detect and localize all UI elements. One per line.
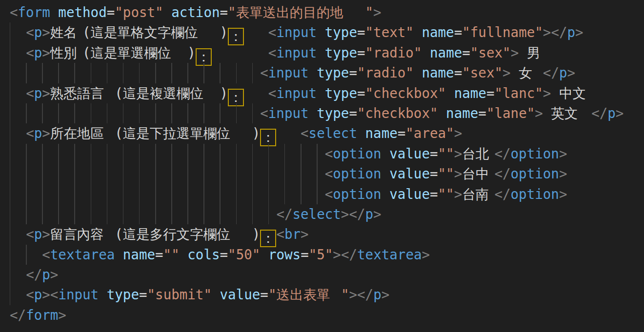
token-equals: =: [478, 105, 486, 121]
token-equals: =: [357, 24, 365, 40]
token-tag-name: input: [268, 105, 309, 121]
token-punctuation: <: [10, 4, 18, 20]
token-attribute-name: type: [325, 45, 357, 60]
token-punctuation: </: [543, 65, 559, 80]
token-text: [551, 85, 559, 101]
token-punctuation: </: [10, 307, 26, 323]
token-punctuation: >: [349, 287, 357, 302]
token-string: "50": [228, 247, 260, 262]
token-text: [446, 85, 454, 101]
token-text-cjk: 台南: [462, 184, 494, 204]
token-equals: =: [139, 287, 147, 302]
token-tag-name: p: [34, 226, 42, 242]
token-punctuation: <: [325, 186, 333, 202]
token-tag-name: br: [284, 226, 301, 242]
token-string-cjk: 表單送出的目的地: [236, 2, 365, 22]
code-line-16: </form>: [10, 305, 644, 325]
token-punctuation: >: [333, 247, 341, 262]
token-string: "": [438, 166, 454, 181]
token-punctuation: <: [260, 105, 268, 121]
token-attribute-name: type: [317, 105, 349, 121]
token-punctuation: >: [454, 166, 463, 181]
code-line-3: <p>性別(這是單選欄位)： <input type="radio" name=…: [10, 43, 644, 63]
token-string: ": [365, 4, 374, 20]
token-punctuation: <: [325, 146, 333, 161]
token-punctuation: >: [50, 267, 59, 282]
token-text: [414, 65, 422, 80]
token-tag-name: option: [511, 166, 559, 181]
token-punctuation: >: [559, 166, 567, 181]
token-punctuation: <: [26, 45, 34, 60]
code-line-14: </p>: [10, 265, 644, 285]
token-text: [99, 287, 107, 302]
token-tag-name: input: [276, 24, 317, 40]
token-punctuation: </: [276, 206, 292, 222]
token-attribute-name: type: [325, 85, 357, 101]
token-text: [543, 105, 551, 121]
token-text: [382, 166, 390, 181]
token-string: "fullname": [462, 24, 543, 40]
token-punctuation: >: [559, 186, 567, 202]
token-string: "checkbox": [357, 105, 438, 121]
token-text: ): [220, 24, 228, 40]
token-punctuation: </: [551, 24, 567, 40]
token-attribute-name: action: [171, 4, 220, 20]
token-punctuation: <: [50, 287, 59, 302]
code-line-5: <p>熟悉語言(這是複選欄位)： <input type="checkbox" …: [10, 83, 644, 103]
token-tag-name: p: [365, 206, 374, 222]
token-text-cjk: 熟悉語言: [50, 83, 115, 103]
token-tag-name: p: [559, 65, 567, 80]
token-attribute-name: type: [317, 65, 349, 80]
token-text: [115, 247, 123, 262]
token-text-cjk: 英文: [551, 103, 583, 123]
token-text: ): [252, 226, 261, 242]
token-tag-name: input: [276, 45, 317, 60]
token-string: "area": [405, 125, 454, 141]
code-line-12: <p>留言內容(這是多行文字欄位)：<br>: [10, 224, 644, 244]
token-punctuation: >: [42, 287, 50, 302]
token-equals: =: [155, 247, 163, 262]
token-text: [50, 4, 59, 20]
token-text-cjk: 台中: [462, 164, 494, 184]
token-text: [519, 45, 527, 60]
token-text-cjk: 這是多行文字欄位: [123, 224, 252, 244]
token-punctuation: >: [42, 125, 50, 141]
token-equals: =: [107, 4, 115, 20]
token-punctuation: >: [454, 146, 463, 161]
token-punctuation: >: [575, 24, 584, 40]
token-text: [535, 65, 543, 80]
token-attribute-name: cols: [187, 247, 220, 262]
token-equals: =: [462, 45, 470, 60]
token-tag-name: form: [26, 307, 58, 323]
token-punctuation: </: [591, 105, 607, 121]
token-tag-name: textarea: [50, 247, 115, 262]
indent-guides: [10, 103, 260, 123]
token-punctuation: </: [26, 267, 42, 282]
token-punctuation: </: [357, 287, 373, 302]
token-equals: =: [454, 65, 463, 80]
token-punctuation: <: [260, 65, 268, 80]
token-text: [382, 186, 390, 202]
token-tag-name: option: [511, 186, 559, 202]
token-punctuation: </: [349, 206, 365, 222]
token-string: "checkbox": [365, 85, 446, 101]
token-string: "post": [115, 4, 163, 20]
token-text: [584, 105, 592, 121]
token-text-cjk: 所在地區: [50, 123, 115, 143]
token-text: (: [115, 125, 123, 141]
token-punctuation: >: [42, 24, 50, 40]
code-editor[interactable]: <form method="post" action="表單送出的目的地"> <…: [0, 0, 644, 332]
token-text-cjk: 這是單選欄位: [91, 43, 188, 63]
token-punctuation: >: [567, 65, 576, 80]
token-string: "text": [365, 24, 414, 40]
code-line-15: <p><input type="submit" value="送出表單"></p…: [10, 285, 644, 305]
token-attribute-name: name: [430, 45, 462, 60]
token-equals: =: [398, 125, 406, 141]
token-equals: =: [357, 45, 365, 60]
token-text: [260, 247, 268, 262]
token-punctuation: >: [543, 24, 551, 40]
token-text-cjk: 留言內容: [50, 224, 115, 244]
token-punctuation: <: [26, 226, 34, 242]
token-attribute-name: name: [422, 65, 454, 80]
token-attribute-name: value: [389, 166, 430, 181]
